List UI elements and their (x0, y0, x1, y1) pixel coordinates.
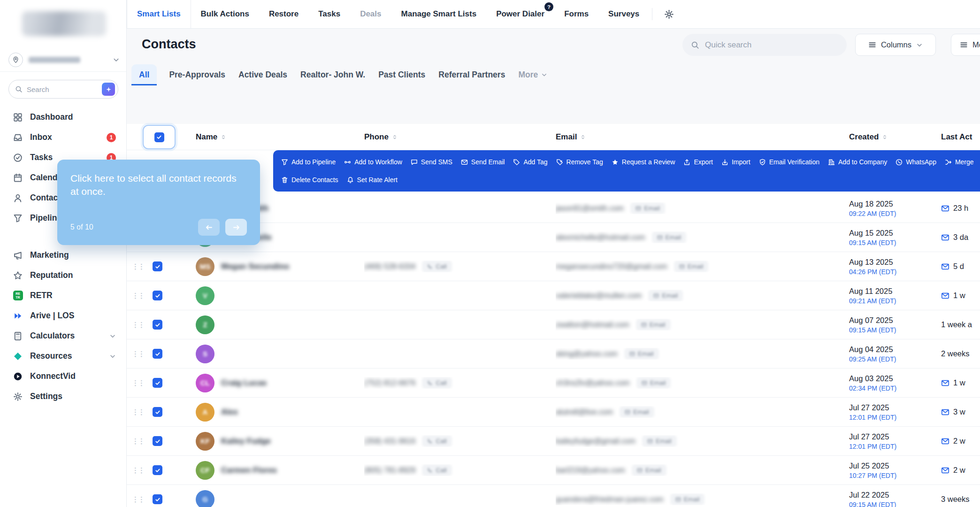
bulk-action-button[interactable]: Remove Tag (552, 158, 607, 166)
column-header-created[interactable]: Created (849, 132, 941, 142)
row-checkbox[interactable] (153, 320, 162, 330)
nav-item[interactable]: Manage Smart Lists (391, 0, 487, 28)
sort-icon[interactable] (392, 134, 398, 140)
bulk-action-button[interactable]: Set Rate Alert (343, 176, 402, 184)
nav-item[interactable]: Smart Lists (127, 0, 191, 28)
table-row[interactable]: ⋮⋮ CL Craig Lucas (752) 812-6676 Call ch… (127, 369, 980, 398)
email-chip[interactable]: Email (630, 202, 665, 214)
bulk-action-button[interactable]: Send Email (457, 158, 509, 166)
sidebar-item[interactable]: Inbox 1 (0, 127, 126, 147)
tooltip-prev-button[interactable] (198, 219, 220, 236)
drag-handle-icon[interactable]: ⋮⋮ (127, 408, 149, 416)
list-tab[interactable]: All (131, 64, 157, 85)
drag-handle-icon[interactable]: ⋮⋮ (127, 495, 149, 504)
email-chip[interactable]: Email (674, 261, 709, 272)
row-checkbox[interactable] (153, 349, 162, 359)
ai-sparkle-button[interactable] (102, 83, 115, 96)
bulk-action-button[interactable]: Import (717, 158, 755, 166)
nav-item[interactable]: Tasks (308, 0, 350, 28)
tooltip-next-button[interactable] (225, 219, 247, 236)
drag-handle-icon[interactable]: ⋮⋮ (127, 350, 149, 358)
nav-item[interactable]: Surveys (598, 0, 649, 28)
email-chip[interactable]: Email (624, 348, 659, 360)
sidebar-item[interactable]: Arive | LOS (0, 306, 126, 326)
bulk-action-button[interactable]: Merge (941, 158, 978, 166)
bulk-action-button[interactable]: Add to Workflow (340, 158, 406, 166)
quick-search-input[interactable] (705, 40, 839, 50)
row-checkbox[interactable] (153, 378, 162, 388)
list-tab[interactable]: Past Clients (377, 64, 426, 85)
list-tab[interactable]: More (517, 64, 548, 85)
row-checkbox[interactable] (153, 436, 162, 446)
email-chip[interactable]: Email (632, 464, 666, 476)
bulk-action-button[interactable]: Add Tag (509, 158, 551, 166)
column-header-phone[interactable]: Phone (364, 132, 556, 142)
table-row[interactable]: ⋮⋮ S Call sking@yahoo.com Email Aug 04 2… (127, 339, 980, 369)
email-chip[interactable]: Email (652, 231, 687, 243)
bulk-action-button[interactable]: Delete Contacts (277, 176, 343, 184)
sidebar-item[interactable]: Settings (0, 386, 126, 407)
bulk-action-button[interactable]: Bulk (978, 158, 980, 166)
row-checkbox[interactable] (153, 494, 162, 504)
bulk-action-button[interactable]: Export (679, 158, 717, 166)
bulk-action-button[interactable]: Request a Review (607, 158, 680, 166)
table-row[interactable]: ⋮⋮ G Call guandera@friedman-juarez.com E… (127, 485, 980, 507)
sort-icon[interactable] (882, 134, 888, 140)
email-chip[interactable]: Email (620, 406, 654, 418)
drag-handle-icon[interactable]: ⋮⋮ (127, 437, 149, 446)
row-checkbox[interactable] (153, 465, 162, 475)
email-chip[interactable]: Email (636, 319, 671, 330)
table-row[interactable]: ⋮⋮ Z Call zwalton@hotmail.com Email Aug … (127, 310, 980, 339)
bulk-action-button[interactable]: Send SMS (406, 158, 457, 166)
column-header-name[interactable]: Name (174, 132, 364, 142)
settings-gear-button[interactable] (660, 5, 678, 23)
sidebar-item[interactable]: KonnectVid (0, 366, 126, 386)
nav-item[interactable]: Restore (259, 0, 308, 28)
drag-handle-icon[interactable]: ⋮⋮ (127, 262, 149, 271)
call-chip[interactable]: Call (422, 464, 452, 476)
bulk-action-button[interactable]: WhatsApp (891, 158, 941, 166)
email-chip[interactable]: Email (636, 377, 671, 389)
bulk-action-button[interactable]: Email Verification (755, 158, 824, 166)
table-row[interactable]: ⋮⋮ A Alex Call alutrell@live.com Email J… (127, 398, 980, 427)
drag-handle-icon[interactable]: ⋮⋮ (127, 379, 149, 387)
nav-item[interactable]: Forms (554, 0, 598, 28)
email-chip[interactable]: Email (648, 290, 683, 301)
call-chip[interactable]: Call (422, 261, 452, 272)
table-row[interactable]: ⋮⋮ V Call valerieblake@mullen.com Email … (127, 281, 980, 310)
row-checkbox[interactable] (153, 291, 162, 300)
sidebar-item[interactable]: Calculators (0, 326, 126, 346)
drag-handle-icon[interactable]: ⋮⋮ (127, 321, 149, 329)
email-chip[interactable]: Email (642, 435, 677, 447)
list-tab[interactable]: Active Deals (237, 64, 288, 85)
row-checkbox[interactable] (153, 261, 162, 271)
email-chip[interactable]: Email (670, 493, 705, 505)
column-header-email[interactable]: Email (556, 132, 849, 142)
bulk-action-button[interactable]: Add to Company (824, 158, 891, 166)
bulk-action-button[interactable]: Add to Pipeline (277, 158, 340, 166)
sidebar-item[interactable]: Resources (0, 346, 126, 366)
table-row[interactable]: ⋮⋮ CF Carmen Flores (805) 781-8929 Call … (127, 456, 980, 485)
list-tab[interactable]: Pre-Approvals (168, 64, 226, 85)
column-header-last-activity[interactable]: Last Act (941, 132, 980, 142)
nav-item[interactable]: Deals (350, 0, 391, 28)
sort-icon[interactable] (221, 134, 226, 140)
drag-handle-icon[interactable]: ⋮⋮ (127, 466, 149, 475)
more-button[interactable]: More (951, 34, 980, 56)
location-selector[interactable] (8, 50, 120, 69)
help-badge[interactable]: ? (544, 2, 553, 11)
sidebar-item[interactable]: Reputation (0, 265, 126, 285)
columns-button[interactable]: Columns (855, 34, 936, 56)
sidebar-item[interactable]: Marketing (0, 245, 126, 265)
select-all-checkbox[interactable] (154, 132, 164, 142)
drag-handle-icon[interactable]: ⋮⋮ (127, 292, 149, 300)
nav-item[interactable]: Bulk Actions (191, 0, 259, 28)
sort-icon[interactable] (580, 134, 586, 140)
table-row[interactable]: ⋮⋮ MS Megan Secundino (469) 528-6334 Cal… (127, 252, 980, 281)
sidebar-search-input[interactable] (27, 85, 98, 93)
nav-item[interactable]: Power Dialer ? (486, 0, 554, 28)
call-chip[interactable]: Call (422, 435, 452, 447)
call-chip[interactable]: Call (422, 377, 452, 389)
list-tab[interactable]: Referral Partners (437, 64, 506, 85)
sidebar-item[interactable]: Dashboard (0, 107, 126, 127)
